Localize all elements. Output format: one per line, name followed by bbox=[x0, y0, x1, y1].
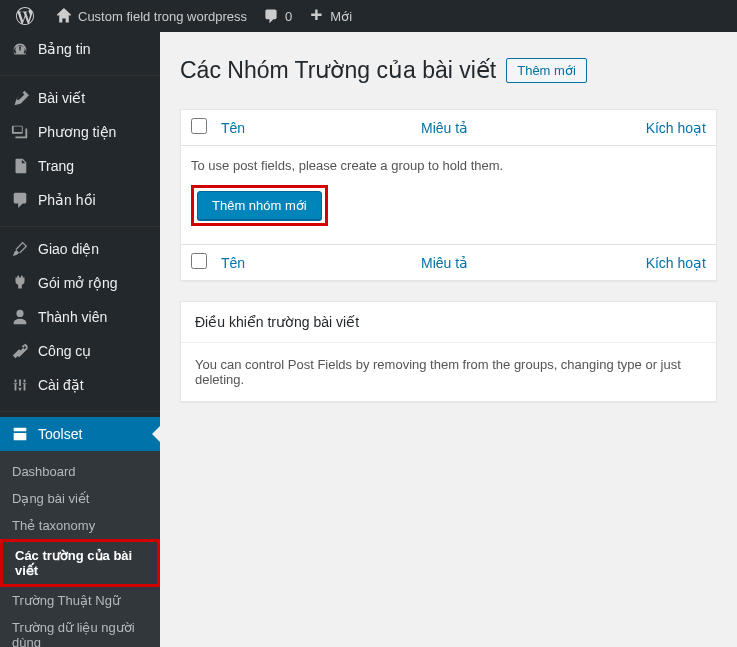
add-group-button[interactable]: Thêm nhóm mới bbox=[197, 191, 322, 220]
page-heading: Các Nhóm Trường của bài viết Thêm mới bbox=[180, 57, 717, 84]
menu-users[interactable]: Thành viên bbox=[0, 300, 160, 334]
wrench-icon bbox=[10, 342, 30, 360]
toolset-submenu: Dashboard Dạng bài viết Thẻ taxonomy Các… bbox=[0, 451, 160, 647]
menu-label: Thành viên bbox=[38, 309, 107, 325]
comments-link[interactable]: 0 bbox=[255, 0, 300, 32]
select-all-checkbox-bottom[interactable] bbox=[191, 253, 207, 269]
control-panel: Điều khiển trường bài viết You can contr… bbox=[180, 301, 717, 402]
col-name-header[interactable]: Tên bbox=[221, 120, 421, 136]
control-panel-header: Điều khiển trường bài viết bbox=[181, 302, 716, 343]
col-name-footer[interactable]: Tên bbox=[221, 255, 421, 271]
site-home-link[interactable]: Custom field trong wordpress bbox=[48, 0, 255, 32]
menu-tools[interactable]: Công cụ bbox=[0, 334, 160, 368]
comment-icon bbox=[10, 191, 30, 209]
menu-plugins[interactable]: Gói mở rộng bbox=[0, 266, 160, 300]
plus-icon bbox=[308, 8, 324, 24]
menu-pages[interactable]: Trang bbox=[0, 149, 160, 183]
site-name: Custom field trong wordpress bbox=[78, 9, 247, 24]
menu-label: Phương tiện bbox=[38, 124, 116, 140]
submenu-user-fields[interactable]: Trường dữ liệu người dùng bbox=[0, 614, 160, 647]
menu-separator bbox=[0, 71, 160, 76]
table-header-row: Tên Miêu tả Kích hoạt bbox=[181, 110, 716, 146]
groups-table: Tên Miêu tả Kích hoạt To use post fields… bbox=[180, 109, 717, 281]
menu-dashboard[interactable]: Bảng tin bbox=[0, 32, 160, 66]
col-desc-header[interactable]: Miêu tả bbox=[421, 120, 626, 136]
highlight-add-group: Thêm nhóm mới bbox=[191, 185, 328, 226]
menu-media[interactable]: Phương tiện bbox=[0, 115, 160, 149]
pin-icon bbox=[10, 89, 30, 107]
home-icon bbox=[56, 8, 72, 24]
col-desc-footer[interactable]: Miêu tả bbox=[421, 255, 626, 271]
control-panel-body: You can control Post Fields by removing … bbox=[181, 343, 716, 401]
submenu-taxonomies[interactable]: Thẻ taxonomy bbox=[0, 512, 160, 539]
user-icon bbox=[10, 308, 30, 326]
new-content-link[interactable]: Mới bbox=[300, 0, 360, 32]
main-content: Các Nhóm Trường của bài viết Thêm mới Tê… bbox=[160, 32, 737, 647]
menu-settings[interactable]: Cài đặt bbox=[0, 368, 160, 402]
submenu-post-fields[interactable]: Các trường của bài viết bbox=[0, 539, 160, 587]
comment-count: 0 bbox=[285, 9, 292, 24]
menu-appearance[interactable]: Giao diện bbox=[0, 232, 160, 266]
menu-separator bbox=[0, 222, 160, 227]
plugin-icon bbox=[10, 274, 30, 292]
toolset-icon bbox=[10, 425, 30, 443]
empty-message: To use post fields, please create a grou… bbox=[191, 158, 706, 173]
submenu-term-fields[interactable]: Trường Thuật Ngữ bbox=[0, 587, 160, 614]
menu-label: Cài đặt bbox=[38, 377, 84, 393]
comment-icon bbox=[263, 8, 279, 24]
table-body: To use post fields, please create a grou… bbox=[181, 146, 716, 244]
menu-label: Toolset bbox=[38, 426, 82, 442]
menu-separator bbox=[0, 407, 160, 412]
menu-label: Bảng tin bbox=[38, 41, 91, 57]
add-new-button[interactable]: Thêm mới bbox=[506, 58, 587, 83]
menu-label: Công cụ bbox=[38, 343, 91, 359]
menu-posts[interactable]: Bài viết bbox=[0, 81, 160, 115]
menu-label: Gói mở rộng bbox=[38, 275, 117, 291]
menu-label: Trang bbox=[38, 158, 74, 174]
col-active-header[interactable]: Kích hoạt bbox=[626, 120, 706, 136]
admin-toolbar: Custom field trong wordpress 0 Mới bbox=[0, 0, 737, 32]
submenu-dashboard[interactable]: Dashboard bbox=[0, 458, 160, 485]
wp-logo[interactable] bbox=[8, 0, 48, 32]
page-icon bbox=[10, 157, 30, 175]
admin-sidebar: Bảng tin Bài viết Phương tiện Trang Phản… bbox=[0, 32, 160, 647]
menu-label: Giao diện bbox=[38, 241, 99, 257]
sliders-icon bbox=[10, 376, 30, 394]
page-title: Các Nhóm Trường của bài viết bbox=[180, 57, 496, 84]
media-icon bbox=[10, 123, 30, 141]
table-footer-row: Tên Miêu tả Kích hoạt bbox=[181, 244, 716, 280]
select-all-checkbox[interactable] bbox=[191, 118, 207, 134]
col-active-footer[interactable]: Kích hoạt bbox=[626, 255, 706, 271]
brush-icon bbox=[10, 240, 30, 258]
menu-label: Phản hồi bbox=[38, 192, 96, 208]
menu-toolset[interactable]: Toolset bbox=[0, 417, 160, 451]
wordpress-icon bbox=[16, 7, 34, 25]
new-label: Mới bbox=[330, 9, 352, 24]
menu-comments[interactable]: Phản hồi bbox=[0, 183, 160, 217]
menu-label: Bài viết bbox=[38, 90, 85, 106]
submenu-post-types[interactable]: Dạng bài viết bbox=[0, 485, 160, 512]
dashboard-icon bbox=[10, 40, 30, 58]
